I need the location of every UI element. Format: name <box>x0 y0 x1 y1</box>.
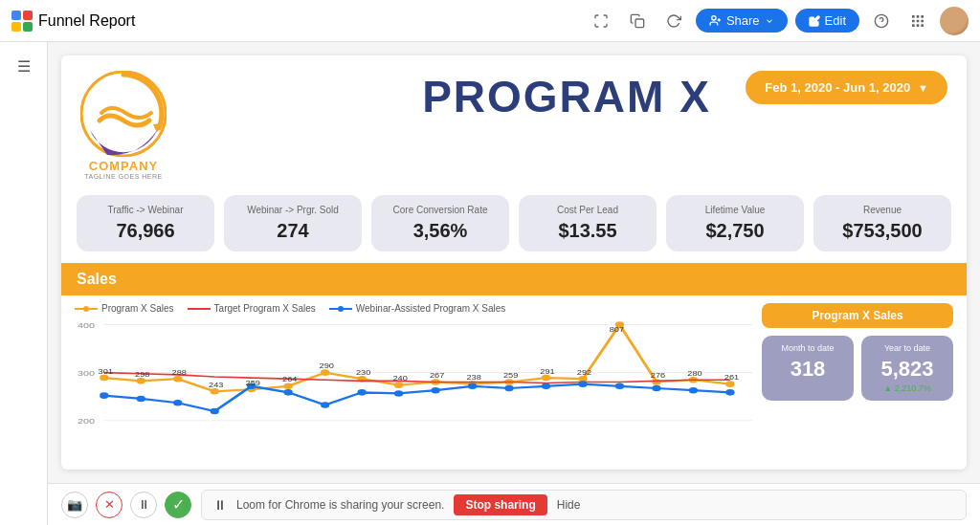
camera-icon: 📷 <box>67 497 82 512</box>
month-to-date-value: 318 <box>771 357 844 382</box>
user-avatar[interactable] <box>940 7 969 35</box>
svg-text:259: 259 <box>246 380 261 386</box>
month-to-date-card: Month to date 318 <box>762 336 854 401</box>
svg-point-58 <box>578 381 587 387</box>
svg-point-54 <box>431 387 439 394</box>
svg-rect-13 <box>912 19 915 22</box>
kpi-label-traffic: Traffic -> Webinar <box>90 205 201 216</box>
svg-rect-4 <box>635 19 644 28</box>
svg-rect-12 <box>921 15 924 18</box>
legend-label-blue: Webinar-Assisted Program X Sales <box>356 303 506 314</box>
company-name: COMPANY <box>89 159 158 173</box>
legend-label-red: Target Program X Sales <box>214 303 316 314</box>
svg-point-46 <box>137 396 145 403</box>
share-button[interactable]: Share <box>696 9 788 33</box>
svg-text:261: 261 <box>724 375 740 382</box>
svg-point-60 <box>652 385 660 392</box>
hamburger-icon[interactable]: ☰ <box>11 52 36 81</box>
svg-point-30 <box>211 388 219 395</box>
report-area: COMPANY TAGLINE GOES HERE PROGRAM X Feb … <box>48 42 980 525</box>
app-title: Funnel Report <box>38 12 135 30</box>
stop-button[interactable]: ✕ <box>96 492 122 518</box>
kpi-row: Traffic -> Webinar 76,966 Webinar -> Prg… <box>61 187 967 263</box>
svg-point-33 <box>321 369 329 376</box>
svg-rect-15 <box>921 19 924 22</box>
svg-point-52 <box>358 389 367 396</box>
svg-point-44 <box>725 381 734 387</box>
svg-text:290: 290 <box>319 363 334 370</box>
svg-point-5 <box>712 16 716 20</box>
kpi-value-cpl: $13.55 <box>532 220 643 242</box>
legend-line-blue <box>329 308 352 310</box>
chart-legend: Program X Sales Target Program X Sales W… <box>75 303 752 314</box>
main-area: ☰ <box>0 42 980 525</box>
edit-button[interactable]: Edit <box>795 9 859 33</box>
kpi-label-cpl: Cost Per Lead <box>532 205 643 216</box>
bottom-left-controls: 📷 ✕ ⏸ ✓ <box>61 492 191 518</box>
svg-text:264: 264 <box>282 377 298 383</box>
company-logo-svg <box>80 71 167 157</box>
svg-text:276: 276 <box>651 372 666 379</box>
kpi-value-revenue: $753,500 <box>827 220 938 242</box>
svg-rect-11 <box>917 15 920 18</box>
app-logo-icon <box>11 11 33 32</box>
svg-text:280: 280 <box>687 370 702 377</box>
svg-text:200: 200 <box>78 418 95 426</box>
kpi-card-ltv: Lifetime Value $2,750 <box>666 195 804 252</box>
hide-button[interactable]: Hide <box>557 498 581 512</box>
pause-button[interactable]: ⏸ <box>130 492 157 518</box>
fullscreen-button[interactable] <box>587 7 615 35</box>
sales-stats-row: Month to date 318 Year to date 5,823 ▲ 2… <box>762 336 953 401</box>
kpi-value-conversion: 3,56% <box>385 220 496 242</box>
app-logo-area: Funnel Report <box>11 11 579 32</box>
company-logo-area: COMPANY TAGLINE GOES HERE <box>80 71 167 180</box>
help-button[interactable] <box>867 7 896 35</box>
svg-point-35 <box>394 382 403 388</box>
kpi-card-cpl: Cost Per Lead $13.55 <box>519 195 657 252</box>
stop-sharing-button[interactable]: Stop sharing <box>454 494 546 515</box>
svg-point-47 <box>173 400 182 406</box>
chevron-down-icon: ▼ <box>918 82 928 94</box>
svg-text:292: 292 <box>577 369 592 376</box>
svg-rect-3 <box>23 22 33 32</box>
refresh-button[interactable] <box>659 7 688 35</box>
kpi-label-webinar: Webinar -> Prgr. Sold <box>237 205 348 216</box>
svg-point-27 <box>100 375 108 382</box>
bottom-bar: 📷 ✕ ⏸ ✓ ⏸ Loom for Chrome is sharing you… <box>48 483 980 525</box>
svg-point-29 <box>173 376 182 383</box>
copy-button[interactable] <box>623 7 652 35</box>
kpi-value-webinar: 274 <box>237 220 348 242</box>
svg-text:400: 400 <box>78 321 95 329</box>
legend-item-blue: Webinar-Assisted Program X Sales <box>329 303 506 314</box>
svg-point-39 <box>542 375 550 382</box>
svg-point-53 <box>394 390 403 397</box>
svg-rect-17 <box>917 24 920 27</box>
date-range-button[interactable]: Feb 1, 2020 - Jun 1, 2020 ▼ <box>746 71 947 104</box>
sales-section-header: Sales <box>61 263 967 295</box>
camera-button[interactable]: 📷 <box>61 492 88 518</box>
svg-point-50 <box>284 389 293 396</box>
confirm-button[interactable]: ✓ <box>165 492 191 518</box>
chart-area: Program X Sales Target Program X Sales W… <box>75 303 752 437</box>
report-header: COMPANY TAGLINE GOES HERE PROGRAM X Feb … <box>61 55 967 187</box>
svg-text:288: 288 <box>172 369 188 376</box>
kpi-value-traffic: 76,966 <box>90 220 201 242</box>
svg-rect-0 <box>11 11 21 20</box>
loom-text: Loom for Chrome is sharing your screen. <box>236 498 444 512</box>
apps-button[interactable] <box>903 7 932 35</box>
svg-rect-1 <box>23 11 33 20</box>
svg-point-51 <box>321 402 329 408</box>
year-to-date-label: Year to date <box>871 343 944 354</box>
loom-icon: ⏸ <box>213 497 227 513</box>
svg-rect-2 <box>11 22 21 32</box>
svg-point-61 <box>689 387 698 394</box>
company-tagline: TAGLINE GOES HERE <box>84 173 163 180</box>
svg-text:291: 291 <box>540 368 555 375</box>
svg-text:301: 301 <box>99 368 114 375</box>
kpi-card-webinar: Webinar -> Prgr. Sold 274 <box>224 195 362 252</box>
svg-text:238: 238 <box>466 375 481 382</box>
svg-text:259: 259 <box>503 372 519 379</box>
svg-rect-10 <box>912 15 915 18</box>
svg-rect-16 <box>912 24 915 27</box>
topbar-actions: Share Edit <box>587 7 969 35</box>
